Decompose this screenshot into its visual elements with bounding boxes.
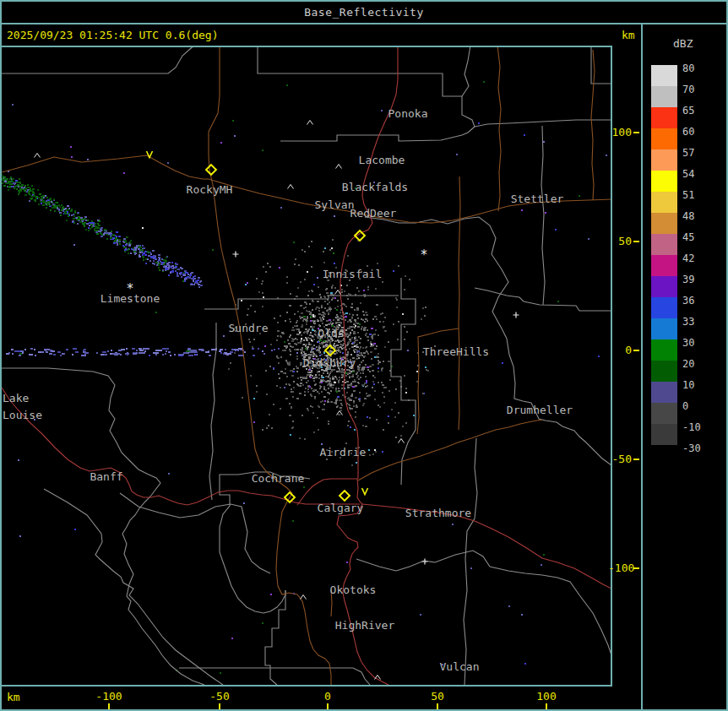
x-axis-tick--100 <box>108 703 110 709</box>
city-label-blackfalds: Blackfalds <box>342 181 408 193</box>
x-axis: km -100-50050100 <box>2 687 641 709</box>
legend-value-10: 10 <box>682 379 720 391</box>
x-axis-tick-label-0: 0 <box>302 690 353 703</box>
city-label-highriver: HighRiver <box>335 619 395 632</box>
asterisk-marker: * <box>420 247 427 263</box>
x-axis-tick-label-50: 50 <box>412 690 463 703</box>
legend-value-65: 65 <box>682 105 720 117</box>
caret-marker <box>336 165 342 169</box>
plus-marker <box>233 252 239 258</box>
gray-map-line <box>356 551 611 655</box>
y-axis-tick-100 <box>633 132 639 133</box>
brown-map-line <box>591 50 595 200</box>
legend-value--30: -30 <box>682 442 720 454</box>
reflectivity-echoes <box>2 81 607 674</box>
legend-swatch-42 <box>651 255 677 276</box>
page-title: Base_Reflectivity <box>304 6 424 19</box>
legend-swatch-39 <box>651 276 677 297</box>
city-label-sundre: Sundre <box>229 322 269 334</box>
gray-map-line <box>220 472 310 613</box>
site-markers: ** <box>35 121 519 680</box>
brown-map-line <box>459 176 460 430</box>
svg-text:*: * <box>126 281 133 296</box>
legend-swatch-45 <box>651 234 677 255</box>
x-axis-tick-50 <box>437 703 438 709</box>
legend-value-45: 45 <box>682 231 720 243</box>
gray-map-line <box>280 135 462 141</box>
legend-swatch-80 <box>651 65 677 86</box>
caret-marker <box>301 595 307 600</box>
vee-marker <box>147 151 153 158</box>
legend-value-54: 54 <box>682 168 720 180</box>
city-label-cochrane: Cochrane <box>252 472 305 485</box>
gray-map-line <box>44 489 223 685</box>
legend-swatch-48 <box>651 213 677 234</box>
city-label-olds: Olds <box>318 327 344 339</box>
legend-swatch-30 <box>651 339 677 361</box>
city-label-airdrie: Airdrie <box>320 446 367 459</box>
y-axis-unit-label: km <box>622 29 635 41</box>
city-label-drumheller: Drumheller <box>507 404 573 416</box>
legend-swatch-0 <box>651 403 677 424</box>
legend-value-30: 30 <box>682 337 720 349</box>
gray-map-line <box>462 46 470 96</box>
dot-marker <box>142 227 144 229</box>
city-label-strathmore: Strathmore <box>405 507 471 519</box>
city-labels: PonokaLacombeBlackfaldsSylvanRedDeerStet… <box>3 107 573 673</box>
x-axis-tick-label-100: 100 <box>521 690 572 703</box>
y-axis-tick-0 <box>633 350 639 351</box>
city-label-didsbury: Didsbury <box>303 356 356 369</box>
legend-swatch-57 <box>651 149 677 171</box>
legend-value-80: 80 <box>682 62 720 74</box>
radar-map-canvas[interactable]: PonokaLacombeBlackfaldsSylvanRedDeerStet… <box>2 46 612 687</box>
gray-map-line <box>2 46 194 73</box>
radar-viewer-window: { "window": { "title": "Base_Reflectivit… <box>0 0 728 711</box>
legend-value-36: 36 <box>682 295 720 307</box>
y-axis-tick--100 <box>633 567 639 569</box>
gray-map-line <box>365 217 611 465</box>
brown-map-line <box>358 420 542 480</box>
brown-map-line <box>417 328 459 434</box>
radar-map-area[interactable]: PonokaLacombeBlackfaldsSylvanRedDeerStet… <box>2 46 612 687</box>
dot-marker <box>374 449 376 451</box>
legend-value--10: -10 <box>682 421 720 433</box>
dot-marker <box>301 338 302 339</box>
y-axis-tick-label-50: 50 <box>608 235 632 247</box>
gray-map-line <box>265 590 285 685</box>
city-label-banff: Banff <box>90 470 122 483</box>
city-label-sylvan: Sylvan <box>315 198 355 211</box>
legend-value-51: 51 <box>682 189 720 201</box>
crimson-map-line <box>2 388 360 505</box>
legend-swatch-51 <box>651 192 677 213</box>
legend-value-39: 39 <box>682 274 720 285</box>
plus-marker <box>513 312 519 318</box>
svg-text:*: * <box>420 247 427 263</box>
legend-swatch--10 <box>651 424 677 445</box>
city-label-innisfail: Innisfail <box>323 268 382 280</box>
y-axis-tick-label--50: -50 <box>608 453 632 465</box>
city-label-reddeer: RedDeer <box>350 207 397 220</box>
city-label-louise: Louise <box>3 409 42 421</box>
gray-map-line <box>391 278 416 485</box>
legend-swatch-10 <box>651 382 677 403</box>
city-label-lacombe: Lacombe <box>359 154 405 166</box>
city-label-stettler: Stettler <box>511 193 564 205</box>
gray-map-line <box>464 438 477 685</box>
legend-value-57: 57 <box>682 147 720 159</box>
y-axis-tick-label-0: 0 <box>608 344 632 356</box>
legend-value-42: 42 <box>682 252 720 264</box>
asterisk-marker: * <box>126 281 133 296</box>
city-label-okotoks: Okotoks <box>330 583 377 596</box>
info-bar: 2025/09/23 01:25:42 UTC 0.6(deg) km <box>2 24 641 46</box>
legend-value-33: 33 <box>682 316 720 328</box>
caret-marker <box>307 121 313 125</box>
y-axis-tick-label-100: 100 <box>608 126 632 138</box>
legend-swatch-20 <box>651 361 677 382</box>
legend-value-70: 70 <box>682 84 720 95</box>
y-axis-tick--50 <box>633 459 639 460</box>
gray-map-line <box>475 120 611 127</box>
x-axis-tick--50 <box>219 703 220 709</box>
city-label-threehills: ThreeHills <box>423 345 489 358</box>
city-label-vulcan: Vulcan <box>440 660 480 673</box>
brown-map-line <box>363 199 611 223</box>
